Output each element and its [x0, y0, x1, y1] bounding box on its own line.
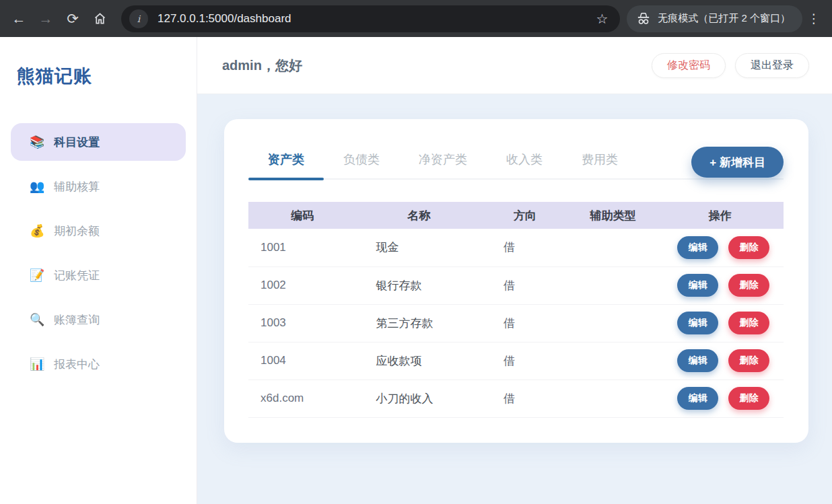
topbar-actions: 修改密码 退出登录	[652, 53, 809, 78]
sidebar-item-opening-balance[interactable]: 💰 期初余额	[11, 212, 186, 250]
table-row: 1003 第三方存款 借 编辑 删除	[248, 304, 784, 342]
tab-assets[interactable]: 资产类	[248, 151, 324, 178]
table-row: 1004 应收款项 借 编辑 删除	[248, 342, 784, 380]
site-info-icon[interactable]: i	[129, 9, 148, 28]
bar-chart-icon: 📊	[30, 357, 44, 371]
sidebar-item-label: 科目设置	[54, 135, 100, 150]
sidebar-item-subject-settings[interactable]: 📚 科目设置	[11, 123, 186, 161]
tab-expenses[interactable]: 费用类	[562, 151, 637, 178]
incognito-icon	[636, 12, 651, 26]
cell-actions: 编辑 删除	[657, 304, 784, 342]
column-header-code: 编码	[248, 202, 357, 229]
cell-name: 第三方存款	[357, 304, 481, 342]
sidebar-nav: 📚 科目设置 👥 辅助核算 💰 期初余额 📝 记账凭证 🔍 账簿查询 📊	[11, 123, 186, 383]
browser-toolbar: ← → ⟳ i 127.0.0.1:5000/dashboard ☆ 无痕模式（…	[0, 0, 832, 37]
url-text[interactable]: 127.0.0.1:5000/dashboard	[158, 12, 592, 26]
main-area: admin，您好 修改密码 退出登录 资产类 负债类 净资产类 收入类 费用类 …	[197, 37, 832, 504]
delete-button[interactable]: 删除	[728, 387, 769, 410]
cell-direction: 借	[481, 304, 569, 342]
cell-actions: 编辑 删除	[657, 380, 784, 417]
sidebar-item-auxiliary-accounting[interactable]: 👥 辅助核算	[11, 168, 186, 205]
cell-aux-type	[569, 342, 656, 380]
back-icon[interactable]: ←	[5, 5, 32, 32]
subjects-table: 编码 名称 方向 辅助类型 操作 1001 现金 借	[248, 202, 784, 418]
tabs-row: 资产类 负债类 净资产类 收入类 费用类 + 新增科目	[248, 151, 784, 180]
table-row: x6d.com 小刀的收入 借 编辑 删除	[248, 380, 784, 417]
sidebar-item-label: 辅助核算	[54, 179, 100, 194]
cell-direction: 借	[481, 229, 569, 266]
delete-button[interactable]: 删除	[728, 349, 769, 372]
table-row: 1001 现金 借 编辑 删除	[248, 229, 784, 266]
browser-menu-icon[interactable]: ⋮	[802, 11, 825, 26]
magnifier-icon: 🔍	[30, 312, 44, 327]
forward-icon[interactable]: →	[32, 5, 59, 32]
money-bag-icon: 💰	[30, 223, 44, 238]
tab-liabilities[interactable]: 负债类	[324, 151, 399, 178]
reload-icon[interactable]: ⟳	[59, 5, 86, 32]
cell-direction: 借	[481, 380, 569, 417]
people-icon: 👥	[30, 179, 44, 194]
cell-aux-type	[569, 229, 656, 266]
cell-name: 银行存款	[357, 266, 481, 304]
delete-button[interactable]: 删除	[728, 236, 769, 259]
cell-aux-type	[569, 266, 656, 304]
edit-button[interactable]: 编辑	[677, 387, 718, 410]
change-password-button[interactable]: 修改密码	[652, 53, 726, 78]
cell-aux-type	[569, 304, 656, 342]
tab-income[interactable]: 收入类	[487, 151, 562, 178]
app-frame: 熊猫记账 📚 科目设置 👥 辅助核算 💰 期初余额 📝 记账凭证 🔍 账簿查询	[0, 37, 832, 504]
app-title: 熊猫记账	[11, 64, 186, 88]
cell-aux-type	[569, 380, 656, 417]
cell-code: 1002	[248, 266, 357, 304]
column-header-actions: 操作	[657, 202, 784, 229]
delete-button[interactable]: 删除	[728, 312, 769, 334]
cell-actions: 编辑 删除	[657, 229, 784, 266]
column-header-direction: 方向	[481, 202, 569, 229]
books-icon: 📚	[30, 135, 44, 149]
bookmark-star-icon[interactable]: ☆	[592, 11, 612, 27]
table-header-row: 编码 名称 方向 辅助类型 操作	[248, 202, 784, 229]
cell-direction: 借	[481, 342, 569, 380]
cell-code: 1003	[248, 304, 357, 342]
sidebar-item-label: 账簿查询	[54, 312, 100, 328]
cell-actions: 编辑 删除	[657, 342, 784, 380]
sidebar-item-report-center[interactable]: 📊 报表中心	[11, 345, 186, 383]
sidebar-item-label: 记账凭证	[54, 268, 100, 283]
cell-actions: 编辑 删除	[657, 266, 784, 304]
topbar: admin，您好 修改密码 退出登录	[197, 37, 832, 94]
cell-code: 1001	[248, 229, 357, 266]
sidebar: 熊猫记账 📚 科目设置 👥 辅助核算 💰 期初余额 📝 记账凭证 🔍 账簿查询	[0, 37, 197, 504]
sidebar-item-ledger-query[interactable]: 🔍 账簿查询	[11, 301, 186, 338]
incognito-label: 无痕模式（已打开 2 个窗口）	[658, 12, 790, 25]
subjects-card: 资产类 负债类 净资产类 收入类 费用类 + 新增科目 编码 名称 方	[224, 119, 808, 443]
column-header-name: 名称	[357, 202, 481, 229]
cell-direction: 借	[481, 266, 569, 304]
cell-name: 现金	[357, 229, 481, 266]
address-bar[interactable]: i 127.0.0.1:5000/dashboard ☆	[121, 5, 620, 32]
cell-code: 1004	[248, 342, 357, 380]
column-header-aux-type: 辅助类型	[569, 202, 656, 229]
incognito-badge[interactable]: 无痕模式（已打开 2 个窗口）	[627, 5, 802, 32]
sidebar-item-label: 报表中心	[54, 357, 100, 372]
edit-button[interactable]: 编辑	[677, 349, 718, 372]
sidebar-item-label: 期初余额	[54, 223, 100, 239]
tab-net-assets[interactable]: 净资产类	[399, 151, 487, 178]
logout-button[interactable]: 退出登录	[735, 53, 809, 78]
edit-button[interactable]: 编辑	[677, 236, 718, 259]
add-subject-button[interactable]: + 新增科目	[691, 147, 784, 178]
memo-icon: 📝	[30, 268, 44, 283]
content-area: 资产类 负债类 净资产类 收入类 费用类 + 新增科目 编码 名称 方	[197, 94, 832, 504]
table-row: 1002 银行存款 借 编辑 删除	[248, 266, 784, 304]
cell-code: x6d.com	[248, 380, 357, 417]
greeting-text: admin，您好	[222, 57, 302, 75]
cell-name: 小刀的收入	[357, 380, 481, 417]
delete-button[interactable]: 删除	[728, 274, 769, 297]
edit-button[interactable]: 编辑	[677, 312, 718, 334]
sidebar-item-vouchers[interactable]: 📝 记账凭证	[11, 256, 186, 294]
edit-button[interactable]: 编辑	[677, 274, 718, 297]
home-icon[interactable]	[86, 5, 113, 32]
cell-name: 应收款项	[357, 342, 481, 380]
